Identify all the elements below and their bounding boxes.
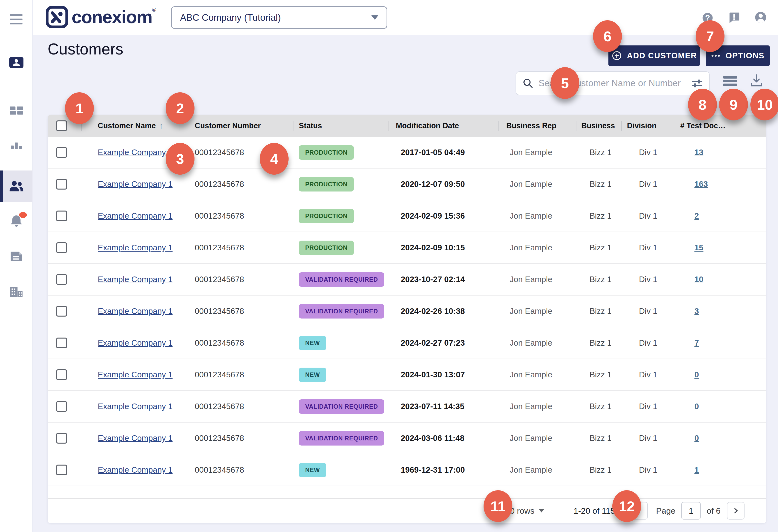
test-doc-count-link[interactable]: 0 [694, 434, 699, 443]
sidebar-item-contacts[interactable] [0, 47, 32, 78]
company-selector-value: ABC Company (Tutorial) [180, 12, 371, 23]
total-pages-label: of 6 [707, 506, 720, 516]
division-cell: Div 1 [621, 454, 675, 486]
test-doc-count-link[interactable]: 2 [694, 211, 699, 220]
test-doc-count-link[interactable]: 3 [694, 306, 699, 316]
page-input[interactable] [681, 502, 701, 520]
options-button[interactable]: OPTIONS [706, 46, 770, 66]
customer-name-link[interactable]: Example Company 1 [98, 338, 172, 348]
company-selector[interactable]: ABC Company (Tutorial) [171, 6, 387, 29]
column-header-modification-date[interactable]: Modification Date [389, 115, 498, 137]
test-doc-count-link[interactable]: 0 [694, 370, 699, 379]
customer-name-link[interactable]: Example Company 1 [98, 402, 172, 411]
row-checkbox[interactable] [56, 433, 67, 444]
column-header-business-rep[interactable]: Business Rep [498, 115, 576, 137]
sidebar [0, 0, 32, 532]
row-checkbox[interactable] [56, 338, 67, 348]
next-page-button[interactable] [727, 502, 745, 520]
rows-per-page-select[interactable]: 20 rows [505, 506, 544, 516]
sidebar-item-notifications[interactable] [0, 205, 32, 237]
status-badge: PRODUCTION [299, 177, 354, 191]
column-header-spacer [729, 115, 766, 137]
modification-date-cell: 2024-02-09 10:15 [389, 232, 498, 264]
division-cell: Div 1 [621, 295, 675, 327]
business-cell: Bizz 1 [576, 359, 621, 390]
page-label: Page [656, 506, 675, 516]
customer-name-link[interactable]: Example Company 1 [98, 306, 172, 316]
account-icon[interactable] [754, 11, 767, 25]
test-doc-count-link[interactable]: 10 [694, 275, 703, 284]
table-row: Example Company 1 00012345678 NEW 2024-0… [48, 327, 766, 359]
status-badge: PRODUCTION [299, 145, 354, 160]
sidebar-item-company[interactable] [0, 276, 32, 308]
row-checkbox[interactable] [56, 242, 67, 253]
row-checkbox[interactable] [56, 306, 67, 317]
business-cell: Bizz 1 [576, 137, 621, 168]
modification-date-cell: 2024-02-26 10:38 [389, 295, 498, 327]
row-checkbox[interactable] [56, 179, 67, 190]
customer-name-link[interactable]: Example Company 1 [98, 180, 172, 189]
registered-mark: ® [152, 7, 156, 13]
customer-name-link[interactable]: Example Company 1 [98, 465, 172, 474]
table-row: Example Company 1 00012345678 VALIDATION… [48, 295, 766, 327]
add-customer-button[interactable]: ADD CUSTOMER [608, 46, 700, 66]
test-doc-count-link[interactable]: 163 [694, 180, 708, 189]
sidebar-item-dashboard[interactable] [0, 95, 32, 126]
column-header-customer-number[interactable]: Customer Number [179, 115, 293, 137]
sidebar-item-documents[interactable] [0, 241, 32, 272]
menu-icon[interactable] [10, 14, 22, 24]
table-row: Example Company 1 00012345678 PRODUCTION… [48, 169, 766, 200]
test-doc-count-link[interactable]: 15 [694, 243, 703, 252]
business-cell: Bizz 1 [576, 327, 621, 359]
column-header-status[interactable]: Status [293, 115, 389, 137]
sidebar-item-reports[interactable] [0, 129, 32, 160]
row-checkbox[interactable] [56, 210, 67, 221]
filter-tune-icon[interactable] [691, 78, 703, 88]
customer-name-link[interactable]: Example Company 1 [98, 370, 172, 379]
test-doc-count-link[interactable]: 1 [694, 465, 699, 474]
row-checkbox[interactable] [56, 274, 67, 285]
test-doc-count-link[interactable]: 7 [694, 338, 699, 348]
customer-name-link[interactable]: Example Company 1 [98, 434, 172, 443]
test-doc-count-link[interactable]: 13 [694, 148, 703, 157]
row-checkbox[interactable] [56, 465, 67, 475]
customer-name-link[interactable]: Example Company 1 [98, 275, 172, 284]
contact-card-icon [9, 57, 23, 68]
download-icon[interactable] [749, 73, 764, 89]
customer-number-cell: 00012345678 [179, 264, 293, 295]
row-checkbox[interactable] [56, 401, 67, 412]
modification-date-cell: 2017-01-05 04:49 [389, 137, 498, 168]
previous-page-button[interactable] [630, 502, 648, 520]
row-checkbox[interactable] [56, 147, 67, 158]
business-rep-cell: Jon Eample [498, 327, 576, 359]
row-checkbox[interactable] [56, 369, 67, 380]
status-badge: NEW [299, 463, 326, 477]
table-row: Example Company 1 00012345678 PRODUCTION… [48, 232, 766, 264]
customer-number-cell: 00012345678 [179, 327, 293, 359]
logo-wordmark: conexiom [72, 6, 152, 28]
feedback-icon[interactable] [728, 11, 741, 25]
column-header-customer-name[interactable]: Customer Name↑ [81, 115, 179, 137]
help-icon[interactable]: ? [701, 11, 714, 25]
app-window: conexiom ® ABC Company (Tutorial) ? Cust… [0, 0, 778, 532]
search-input[interactable] [539, 78, 686, 88]
svg-text:?: ? [705, 13, 710, 22]
column-header-business[interactable]: Business [576, 115, 621, 137]
modification-date-cell: 1969-12-31 17:00 [389, 454, 498, 486]
table-row: Example Company 1 00012345678 NEW 2024-0… [48, 359, 766, 391]
customer-name-link[interactable]: Example Company 1 [98, 243, 172, 252]
customer-name-link[interactable]: Example Company 1 [98, 148, 172, 157]
column-header-division[interactable]: Division [621, 115, 675, 137]
sidebar-item-customers[interactable] [0, 171, 32, 202]
select-all-checkbox[interactable] [56, 120, 67, 131]
row-density-icon[interactable] [723, 76, 737, 87]
customer-name-link[interactable]: Example Company 1 [98, 211, 172, 220]
test-doc-count-link[interactable]: 0 [694, 402, 699, 411]
column-header-test-docs[interactable]: # Test Doc… [675, 115, 729, 137]
pagination-range: 1-20 of 115 [573, 506, 615, 516]
modification-date-cell: 2024-01-30 13:07 [389, 359, 498, 390]
notifications-bell-icon [9, 214, 23, 227]
modification-date-cell: 2023-10-27 02:14 [389, 264, 498, 295]
modification-date-cell: 2023-07-11 14:35 [389, 390, 498, 422]
table-row: Example Company 1 00012345678 PRODUCTION… [48, 137, 766, 169]
